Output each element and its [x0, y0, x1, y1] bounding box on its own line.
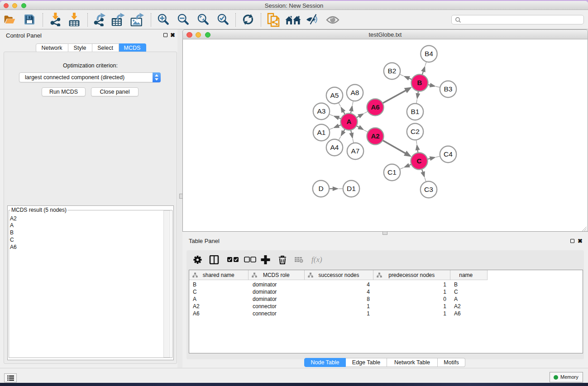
svg-text:A5: A5 — [330, 91, 339, 99]
svg-text:B4: B4 — [425, 50, 433, 57]
svg-text:C3: C3 — [424, 186, 433, 193]
svg-text:C1: C1 — [387, 168, 397, 176]
svg-text:A: A — [347, 118, 352, 125]
svg-text:B: B — [417, 79, 422, 86]
svg-text:A4: A4 — [330, 143, 339, 151]
svg-text:A6: A6 — [371, 103, 379, 111]
svg-text:D1: D1 — [347, 185, 356, 192]
svg-text:A3: A3 — [317, 107, 326, 115]
svg-text:B2: B2 — [388, 67, 397, 75]
svg-text:D: D — [318, 185, 323, 192]
svg-text:C: C — [417, 157, 422, 165]
svg-text:f(x): f(x) — [311, 255, 322, 264]
svg-text:A2: A2 — [371, 132, 379, 140]
svg-text:C4: C4 — [444, 150, 453, 158]
svg-text:A7: A7 — [351, 147, 360, 155]
svg-text:C2: C2 — [411, 128, 420, 135]
svg-text:B1: B1 — [411, 108, 420, 115]
svg-text:B3: B3 — [444, 85, 453, 93]
svg-text:A8: A8 — [351, 89, 359, 96]
svg-text:A1: A1 — [317, 129, 326, 136]
